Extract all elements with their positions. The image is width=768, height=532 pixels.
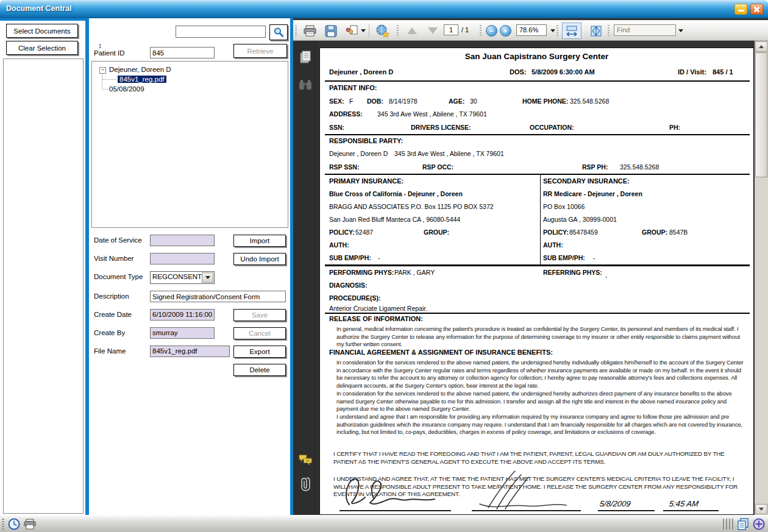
primary-policy-label: POLICY:: [329, 229, 355, 236]
statusbar-resize-grip[interactable]: [723, 519, 734, 530]
primary-subemp-label: SUB EMP/PH:: [329, 254, 371, 261]
secondary-auth-label: AUTH:: [543, 241, 563, 249]
secondary-address1: PO Box 10066: [543, 203, 585, 210]
zoom-out-button[interactable]: −: [485, 23, 498, 38]
tree-node-patient[interactable]: Dejeuner, Doreen D: [109, 66, 171, 73]
second-signature: [471, 467, 584, 511]
titlebar: Document Central: [0, 0, 768, 18]
patient-id-input[interactable]: [150, 47, 215, 59]
fit-width-button[interactable]: [562, 23, 581, 39]
vertical-scrollbar[interactable]: [755, 41, 768, 515]
save-button[interactable]: Save: [233, 309, 286, 321]
arrow-down-icon: [759, 508, 764, 511]
import-button[interactable]: Import: [233, 235, 286, 247]
patient-info-heading: PATIENT INFO:: [329, 84, 377, 91]
secondary-subemp-label: SUB EMP/PH:: [543, 254, 585, 261]
document-type-label: Document Type: [94, 273, 143, 280]
search-input[interactable]: [176, 26, 266, 38]
diagnosis-label: DIAGNOSIS:: [329, 282, 367, 289]
rsp-occ-label: RSP OCC:: [422, 163, 453, 171]
drivers-license-label: DRIVERS LICENSE:: [411, 124, 471, 131]
zoom-dropdown-button[interactable]: [549, 26, 557, 35]
statusbar-grip[interactable]: [2, 519, 4, 530]
ssn-label: SSN:: [329, 124, 344, 131]
zoom-out-icon: −: [486, 25, 497, 37]
sex-label: SEX:: [329, 98, 344, 105]
print-button[interactable]: [302, 23, 318, 38]
financial-paragraph-2: In consideration for the services render…: [336, 390, 744, 413]
toolbar-grip[interactable]: [397, 25, 399, 37]
next-page-button[interactable]: [425, 23, 441, 38]
find-dropdown-button[interactable]: [677, 26, 685, 35]
document-select-panel: Select Documents Clear Selection: [0, 21, 85, 515]
copy-documents-button[interactable]: [736, 517, 750, 531]
minimize-button[interactable]: [734, 4, 747, 15]
divider: [325, 134, 750, 135]
scroll-down-button[interactable]: [755, 504, 767, 514]
financial-paragraph-3: I understand and agree that I am respons…: [336, 413, 744, 436]
previous-page-button[interactable]: [404, 23, 420, 38]
chevron-down-icon: [205, 276, 210, 279]
export-button[interactable]: Export: [233, 346, 286, 358]
create-date-label: Create Date: [94, 311, 132, 318]
page-number-input[interactable]: 1: [444, 24, 458, 35]
referring-phys-value: ,: [605, 271, 607, 278]
divider: [325, 313, 750, 314]
close-button[interactable]: [750, 4, 763, 15]
primary-plan-name: Blue Cross of California - Dejeuner , Do…: [329, 190, 463, 197]
web-import-button[interactable]: [374, 23, 392, 38]
binoculars-icon: [299, 79, 312, 90]
undo-import-button[interactable]: Undo Import: [233, 253, 286, 265]
rsp-ph-value: 325.548.5268: [620, 163, 659, 171]
file-name-field: 845v1_reg.pdf: [150, 346, 230, 357]
save-button-viewer[interactable]: [323, 23, 339, 38]
history-button[interactable]: [7, 517, 21, 531]
fit-page-button[interactable]: [586, 23, 606, 39]
document-type-select[interactable]: REGCONSENT: [150, 271, 215, 284]
search-button[interactable]: [269, 24, 288, 40]
status-bar: [0, 515, 768, 532]
secondary-group-value: 8547B: [669, 229, 688, 236]
retrieve-button[interactable]: Retrieve: [233, 44, 287, 58]
scroll-up-button[interactable]: [755, 41, 767, 52]
attachments-panel-button[interactable]: [299, 477, 312, 491]
send-to-button[interactable]: [345, 23, 366, 38]
clear-selection-button[interactable]: Clear Selection: [6, 41, 78, 55]
secondary-policy-label: POLICY:: [543, 229, 569, 236]
scrollbar-thumb[interactable]: [755, 52, 767, 177]
toolbar-grip[interactable]: [556, 25, 558, 37]
toolbar-grip[interactable]: [608, 25, 610, 37]
zoom-in-button[interactable]: +: [499, 23, 512, 38]
home-phone-label: HOME PHONE:: [522, 98, 568, 105]
toolbar-grip[interactable]: [480, 25, 482, 37]
tree-collapse-icon[interactable]: −: [99, 67, 106, 74]
chevron-down-icon: [550, 29, 555, 32]
tree-node-document-selected[interactable]: 845v1_reg.pdf: [118, 76, 166, 83]
print-queue-button[interactable]: [23, 517, 37, 531]
document-type-dropdown-button[interactable]: [202, 272, 213, 283]
tree-node-date[interactable]: 05/08/2009: [109, 85, 144, 93]
divider: [325, 174, 750, 175]
responsible-party-heading: RESPONSIBLE PARTY:: [329, 137, 403, 144]
financial-heading: FINANCIAL AGREEMENT & ASSIGNMENT OF INSU…: [329, 349, 553, 356]
document-tree[interactable]: − Dejeuner, Doreen D 845v1_reg.pdf 05/08…: [91, 61, 288, 228]
add-document-button[interactable]: [752, 517, 766, 531]
print-queue-icon: [24, 519, 36, 530]
primary-insurance-heading: PRIMARY INSURANCE:: [329, 177, 404, 185]
comments-panel-button[interactable]: [299, 452, 312, 467]
toolbar-grip[interactable]: [295, 25, 297, 37]
description-input[interactable]: [150, 291, 286, 302]
cancel-button[interactable]: Cancel: [233, 327, 286, 339]
select-documents-button[interactable]: Select Documents: [6, 24, 78, 38]
zoom-level-select[interactable]: 78.6%: [516, 24, 547, 36]
search-panel-button[interactable]: [299, 77, 312, 92]
rsp-ssn-label: RSP SSN:: [329, 163, 359, 171]
comments-icon: [299, 453, 312, 466]
performing-phys-label: PERFORMING PHYS:: [329, 269, 394, 276]
age-value: 30: [470, 98, 477, 105]
selected-documents-list[interactable]: [3, 59, 84, 514]
insurance-column-divider: [540, 175, 541, 264]
delete-button[interactable]: Delete: [233, 364, 286, 376]
pages-panel-button[interactable]: [299, 50, 312, 65]
find-input[interactable]: Find: [614, 24, 676, 36]
